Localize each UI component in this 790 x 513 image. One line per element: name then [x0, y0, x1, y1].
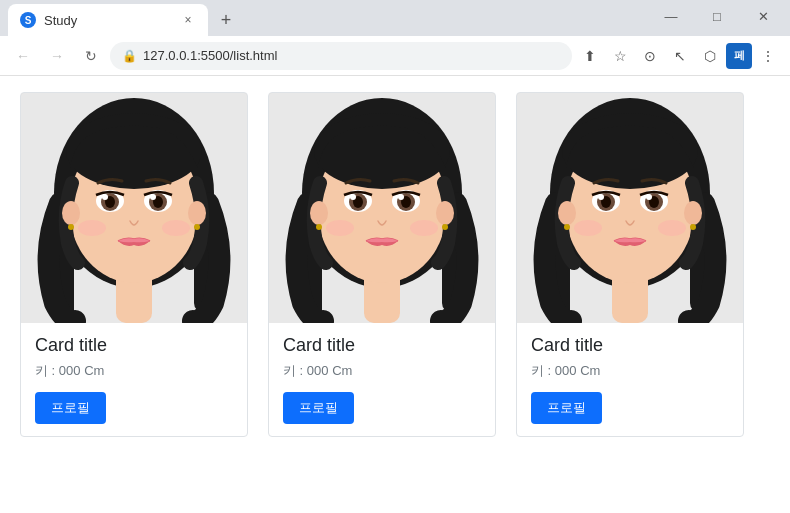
title-bar: S Study × + — □ ✕: [0, 0, 790, 36]
card-title-1: Card title: [35, 335, 233, 356]
reload-button[interactable]: ↻: [76, 41, 106, 71]
svg-point-57: [598, 194, 604, 200]
forward-button[interactable]: →: [42, 41, 72, 71]
card-height-1: 키 : 000 Cm: [35, 362, 233, 380]
svg-point-20: [194, 224, 200, 230]
tabs-area: S Study × +: [0, 0, 648, 36]
toolbar-right: ⬆ ☆ ⊙ ↖ ⬡ 페 ⋮: [576, 42, 782, 70]
minimize-button[interactable]: —: [648, 0, 694, 32]
nav-bar: ← → ↻ 🔒 127.0.0.1:5500/list.html ⬆ ☆ ⊙ ↖: [0, 36, 790, 76]
svg-point-41: [442, 224, 448, 230]
lock-icon: 🔒: [122, 49, 137, 63]
address-text: 127.0.0.1:5500/list.html: [143, 48, 277, 63]
svg-point-29: [436, 201, 454, 225]
profile-button-2[interactable]: 프로필: [283, 392, 354, 424]
svg-point-28: [310, 201, 328, 225]
svg-point-59: [574, 220, 602, 236]
address-bar[interactable]: 🔒 127.0.0.1:5500/list.html: [110, 42, 572, 70]
profile-button-1[interactable]: 프로필: [35, 392, 106, 424]
tab-close-button[interactable]: ×: [180, 12, 196, 28]
maximize-button[interactable]: □: [694, 0, 740, 32]
tab-title: Study: [44, 13, 172, 28]
card-image-3: [517, 93, 743, 323]
close-button[interactable]: ✕: [740, 0, 786, 32]
cards-container: Card title 키 : 000 Cm 프로필: [0, 76, 790, 453]
page-content: Card title 키 : 000 Cm 프로필: [0, 76, 790, 513]
cursor-icon[interactable]: ↖: [666, 42, 694, 70]
card-title-3: Card title: [531, 335, 729, 356]
card-title-2: Card title: [283, 335, 481, 356]
back-button[interactable]: ←: [8, 41, 38, 71]
svg-point-40: [316, 224, 322, 230]
new-tab-button[interactable]: +: [212, 6, 240, 34]
svg-point-58: [646, 194, 652, 200]
window-controls: — □ ✕: [648, 0, 790, 36]
card-body-2: Card title 키 : 000 Cm 프로필: [269, 323, 495, 436]
menu-icon[interactable]: ⋮: [754, 42, 782, 70]
card-2: Card title 키 : 000 Cm 프로필: [268, 92, 496, 437]
svg-point-17: [78, 220, 106, 236]
svg-point-39: [410, 220, 438, 236]
svg-point-61: [564, 224, 570, 230]
card-height-2: 키 : 000 Cm: [283, 362, 481, 380]
extensions-icon[interactable]: ⬡: [696, 42, 724, 70]
svg-point-38: [326, 220, 354, 236]
card-body-3: Card title 키 : 000 Cm 프로필: [517, 323, 743, 436]
svg-point-36: [350, 194, 356, 200]
active-tab[interactable]: S Study ×: [8, 4, 208, 36]
tab-favicon: S: [20, 12, 36, 28]
card-3: Card title 키 : 000 Cm 프로필: [516, 92, 744, 437]
svg-point-37: [398, 194, 404, 200]
svg-point-18: [162, 220, 190, 236]
svg-point-60: [658, 220, 686, 236]
svg-point-8: [188, 201, 206, 225]
screenshot-icon[interactable]: ⊙: [636, 42, 664, 70]
card-image-1: [21, 93, 247, 323]
card-height-3: 키 : 000 Cm: [531, 362, 729, 380]
svg-point-16: [150, 194, 156, 200]
card-1: Card title 키 : 000 Cm 프로필: [20, 92, 248, 437]
svg-point-49: [558, 201, 576, 225]
svg-point-62: [690, 224, 696, 230]
share-icon[interactable]: ⬆: [576, 42, 604, 70]
svg-point-7: [62, 201, 80, 225]
profile-badge[interactable]: 페: [726, 43, 752, 69]
svg-point-50: [684, 201, 702, 225]
card-image-2: [269, 93, 495, 323]
bookmark-icon[interactable]: ☆: [606, 42, 634, 70]
chrome-frame: S Study × + — □ ✕ ← → ↻ 🔒 127.0.0.1:5500…: [0, 0, 790, 513]
svg-point-19: [68, 224, 74, 230]
svg-point-15: [102, 194, 108, 200]
profile-button-3[interactable]: 프로필: [531, 392, 602, 424]
card-body-1: Card title 키 : 000 Cm 프로필: [21, 323, 247, 436]
